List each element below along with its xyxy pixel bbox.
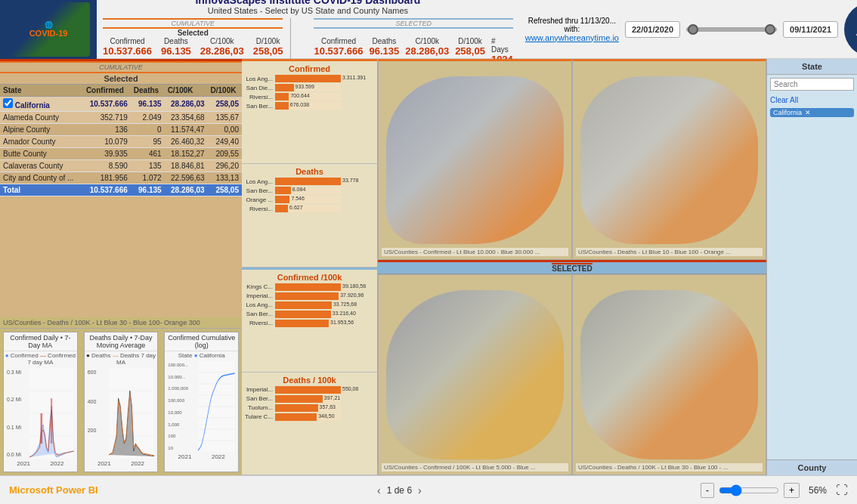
date-start[interactable]: 22/01/2020 [625, 21, 680, 38]
cell-state: Butte County [0, 148, 83, 160]
cell-state: Alameda County [0, 112, 83, 124]
table-row[interactable]: Butte County 39.935 461 18.152,27 209,55 [0, 148, 242, 160]
cumulative-stats-group: CUMULATIVE Selected Confirmed 10.537.666… [103, 18, 291, 65]
county-panel-label: County [767, 459, 857, 475]
selected-stats-group: SELECTED Confirmed 10.537.666 Deaths 96.… [306, 18, 512, 65]
cell-confirmed: 10.537.666 [83, 184, 131, 196]
state-checkbox[interactable] [3, 98, 13, 108]
table-row[interactable]: Amador County 10.079 95 26.460,32 249,40 [0, 136, 242, 148]
col-d100k: D/100K [208, 85, 242, 97]
stat-deaths-cum: Deaths 96.135 [161, 37, 191, 57]
maps-bottom-row: US/Counties - Confirmed / 100K - Lt Blue… [378, 274, 766, 475]
bottom-charts-section: Confirmed Daily • 7-Day MA ● Confirmed —… [0, 328, 242, 475]
main-content: CUMULATIVE Selected State Confirmed Deat… [0, 59, 857, 475]
clear-all-button[interactable]: Clear All [770, 95, 854, 105]
date-slider[interactable] [686, 27, 777, 32]
selected-state-tag[interactable]: California ✕ [770, 108, 854, 117]
cumulative-header: CUMULATIVE Selected [0, 59, 242, 85]
bar-value: 37.920,96 [340, 292, 364, 298]
bar-row: San Ber... 397,21 [245, 395, 374, 403]
state-search-input[interactable] [770, 78, 854, 91]
table-row[interactable]: California 10.537.666 96.135 28.286,03 2… [0, 97, 242, 112]
table-row[interactable]: Alpine County 136 0 11.574,47 0,00 [0, 124, 242, 136]
deaths-daily-x-labels: 2021 2022 [85, 460, 158, 467]
zoom-in-button[interactable]: + [784, 483, 800, 498]
bar-value: 348,50 [318, 413, 334, 419]
map-deaths-100k[interactable]: US/Counties - Deaths / 100K - Lt Blue 30… [572, 274, 766, 475]
bar-fill [275, 196, 289, 203]
cell-d100k: 135,67 [208, 112, 242, 124]
slider-thumb-right[interactable] [765, 24, 775, 35]
powerbi-link[interactable]: Microsoft Power BI [9, 484, 98, 496]
logo-left: 🌐 COVID-19 [0, 0, 97, 59]
zoom-slider[interactable] [719, 484, 779, 496]
map-confirmed-100k[interactable]: US/Counties - Confirmed / 100K - Lt Blue… [378, 274, 572, 475]
table-row[interactable]: City and County of ... 181.956 1.072 22.… [0, 172, 242, 184]
state-panel-title: State [767, 59, 857, 75]
zoom-out-button[interactable]: - [701, 483, 714, 498]
cell-deaths: 2.049 [131, 112, 165, 124]
map-deaths-100k-shape [580, 290, 758, 459]
bar-container: 33.216,40 [275, 311, 341, 318]
bar-container: 700.644 [275, 93, 341, 100]
date-end[interactable]: 09/11/2021 [783, 21, 838, 38]
confirmed-100k-bars: Kings C... 39.180,58 Imperial... 37.920,… [245, 283, 374, 327]
cell-c100k: 18.846,81 [165, 160, 208, 172]
cell-d100k: 258,05 [208, 97, 242, 112]
bar-container: 33.778 [275, 178, 341, 185]
col-confirmed: Confirmed [83, 85, 131, 97]
top-bar: 🌐 COVID-19 InnovaScapes Institute COVID-… [0, 0, 857, 59]
confirmed-100k-bar-title: Confirmed /100k [245, 273, 374, 282]
header-center: InnovaScapes Institute COVID-19 Dashboar… [97, 0, 519, 68]
selected-state-label: California [773, 109, 802, 116]
bar-value: 397,21 [324, 395, 340, 400]
cell-c100k: 11.574,47 [165, 124, 208, 136]
bar-container: 550,06 [275, 386, 341, 394]
deaths-100k-bar-chart: Deaths / 100k Imperial... 550,06 San Ber… [242, 373, 377, 475]
confirmed-cumulative-svg [198, 361, 235, 452]
bar-value: 33.778 [342, 178, 358, 183]
selected-label-table: Selected [0, 72, 242, 84]
cell-state: Alpine County [0, 124, 83, 136]
right-panel: State Clear All California ✕ County [766, 59, 857, 475]
cell-c100k: 22.596,63 [165, 172, 208, 184]
bar-label: San Die... [245, 85, 275, 91]
cell-confirmed: 10.079 [83, 136, 131, 148]
map-deaths[interactable]: US/Counties - Deaths - Lt Blue 10 - Blue… [572, 59, 766, 260]
table-row[interactable]: Calaveras County 8.590 135 18.846,81 296… [0, 160, 242, 172]
bar-container: 6.627 [275, 205, 341, 212]
deaths-100k-bar-title: Deaths / 100k [245, 376, 374, 385]
refresh-info: Refreshed thru 11/13/20... with: www.any… [525, 17, 619, 42]
confirmed-daily-x-labels: 2021 2022 [4, 460, 77, 467]
bar-row: Imperial... 37.920,96 [245, 292, 374, 300]
bar-label: Riversi... [245, 206, 275, 212]
next-page-button[interactable]: › [418, 484, 422, 496]
prev-page-button[interactable]: ‹ [377, 484, 381, 496]
bar-container: 348,50 [275, 413, 341, 421]
map-confirmed-100k-shape [386, 290, 564, 459]
cell-c100k: 18.152,27 [165, 148, 208, 160]
bar-label: Imperial... [245, 292, 275, 299]
bar-fill [275, 75, 341, 82]
bar-value: 8.084 [292, 187, 306, 192]
remove-state-button[interactable]: ✕ [805, 109, 811, 116]
bar-row: San Ber... 8.084 [245, 187, 374, 194]
bar-value: 700.644 [290, 93, 309, 98]
bar-charts-column: Confirmed Los Ang... 3.311.391 San Die..… [242, 59, 378, 475]
table-row[interactable]: Alameda County 352.719 2.049 23.354,68 1… [0, 112, 242, 124]
stat-c100k-cum: C/100k 28.286,03 [200, 37, 244, 57]
bar-container: 31.953,56 [275, 320, 341, 327]
website-link[interactable]: www.anywhereanytime.io [525, 33, 619, 42]
confirmed-daily-legend: ● Confirmed — Confirmed 7 day MA [4, 351, 77, 366]
map-confirmed[interactable]: US/Counties - Confirmed - Lt Blue 10.000… [378, 59, 572, 260]
covid-badge-text: COVID-19 [29, 29, 68, 38]
bar-label: Orange ... [245, 196, 275, 203]
confirmed-daily-title: Confirmed Daily • 7-Day MA [4, 332, 77, 351]
slider-thumb-left[interactable] [688, 24, 698, 35]
cell-c100k: 28.286,03 [165, 97, 208, 112]
fullscreen-button[interactable]: ⛶ [836, 484, 848, 497]
bar-fill [275, 84, 294, 91]
slider-track[interactable] [686, 27, 777, 32]
bar-label: San Ber... [245, 103, 275, 110]
bar-label: Riversi... [245, 94, 275, 100]
